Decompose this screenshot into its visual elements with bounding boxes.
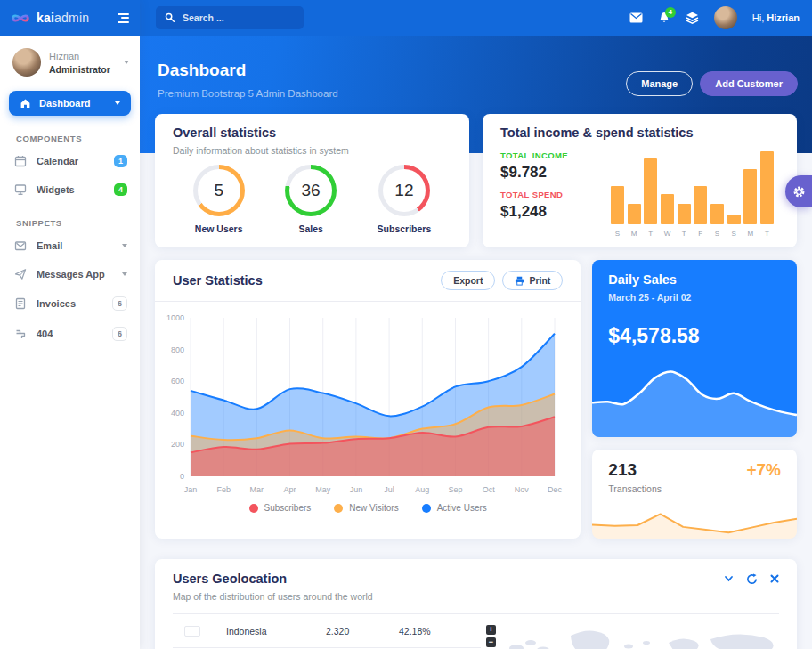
avatar [12,48,41,77]
map-zoom-out-button[interactable]: − [486,637,496,647]
sidebar-item-404[interactable]: 404 6 [0,319,140,349]
notifications-button[interactable]: 4 [658,12,670,25]
date-range: March 25 - April 02 [608,292,781,303]
total-spend-value: $1,248 [500,203,605,221]
overall-statistics-card: Overall statistics Daily information abo… [155,114,469,247]
income-spend-card: Total income & spend statistics TOTAL IN… [483,114,797,247]
manage-button[interactable]: Manage [626,71,693,96]
transactions-chart [592,498,797,539]
card-title: Users Geolocation [173,572,287,586]
donut-chart: 36 [285,165,337,216]
svg-text:Oct: Oct [483,485,496,494]
svg-text:Jun: Jun [350,485,363,494]
sales-amount: $4,578.58 [608,324,781,348]
bar: M [628,151,641,238]
svg-text:400: 400 [171,409,184,418]
avatar[interactable] [714,6,737,29]
printer-icon [515,276,524,286]
brand-name[interactable]: kaiadmin [37,11,111,25]
stat-subscribers: 12 Subscribers [378,165,432,234]
main-content: Overall statistics Daily information abo… [140,114,812,649]
transactions-delta: +7% [746,460,781,480]
bar: S [710,151,724,238]
logo-header: kaiadmin [0,0,140,36]
messages-button[interactable] [629,12,643,23]
svg-text:600: 600 [171,377,184,385]
bar: F [694,151,707,238]
card-title: User Statistics [173,273,263,288]
sidebar-item-email[interactable]: Email [0,231,140,260]
collapse-chevron-icon[interactable] [724,575,734,582]
topbar: 4 Hi, Hizrian [140,0,812,36]
card-title: Daily Sales [608,272,781,287]
donut-chart: 5 [193,165,245,216]
monitor-icon [14,183,27,196]
brand-logo-icon[interactable] [11,12,30,25]
geolocation-table: Indonesia 2.320 42.18% [173,614,481,649]
legend-subscribers: Subscribers [249,503,312,513]
svg-text:Apr: Apr [284,485,296,494]
world-map-graphic [504,623,789,649]
bar: S [611,151,624,238]
svg-text:0: 0 [180,472,184,481]
sidebar-item-dashboard[interactable]: Dashboard [9,91,131,116]
svg-text:Aug: Aug [415,485,429,494]
notification-count-badge: 4 [665,7,676,18]
legend-active-users: Active Users [422,503,487,513]
calendar-icon [14,155,27,167]
search-input[interactable] [183,12,280,23]
add-customer-button[interactable]: Add Customer [700,71,798,96]
envelope-icon [629,12,643,23]
indonesia-flag-icon [184,626,200,637]
search-box[interactable] [156,6,304,29]
user-greeting[interactable]: Hi, Hizrian [752,12,800,23]
chevron-down-icon [124,61,129,64]
gear-icon [792,185,806,199]
chevron-down-icon [122,244,127,247]
layers-button[interactable] [686,12,699,24]
refresh-icon[interactable] [746,573,758,585]
badge-count: 6 [112,327,127,341]
sidebar-item-label: Dashboard [39,98,107,109]
close-icon[interactable] [770,574,779,583]
table-row[interactable]: Indonesia 2.320 42.18% [173,614,481,648]
svg-text:May: May [315,485,331,494]
chevron-down-icon [115,101,120,105]
country-users: 2.320 [326,626,399,637]
chart-legend: Subscribers New Visitors Active Users [155,503,581,513]
svg-text:Sep: Sep [448,485,462,494]
card-subtitle: Map of the distribution of users around … [173,591,779,602]
sidebar-user[interactable]: Hizrian Administrator [0,36,140,85]
card-title: Overall statistics [173,126,451,140]
svg-text:Nov: Nov [515,485,530,494]
export-button[interactable]: Export [441,271,495,290]
country-percent: 42.18% [399,626,470,637]
card-subtitle: Daily information about statistics in sy… [173,145,451,156]
search-icon [165,12,175,23]
sidebar-toggle-icon[interactable] [118,13,129,23]
sidebar-item-invoices[interactable]: Invoices 6 [0,288,140,319]
sidebar-section-components: COMPONENTS [0,119,140,147]
page-title: Dashboard [158,61,338,80]
card-title: Total income & spend statistics [500,126,779,140]
map-zoom-in-button[interactable]: + [486,625,496,635]
sidebar-item-messages-app[interactable]: Messages App [0,260,140,288]
settings-button[interactable] [785,175,812,207]
pipe-icon [14,328,27,340]
bar: S [727,151,741,238]
bar: T [644,151,657,238]
user-name: Hizrian [49,51,116,61]
sidebar-item-calendar[interactable]: Calendar 1 [0,147,140,175]
svg-text:Jul: Jul [384,485,394,494]
bar: T [760,151,774,238]
print-button[interactable]: Print [502,271,563,290]
user-role: Administrator [49,64,116,75]
daily-sales-card: Daily Sales March 25 - April 02 $4,578.5… [592,260,797,437]
sidebar-item-widgets[interactable]: Widgets 4 [0,175,140,204]
svg-text:Feb: Feb [216,485,231,494]
svg-text:Mar: Mar [250,485,264,494]
bar: T [678,151,691,238]
svg-text:Jan: Jan [184,485,198,494]
bar: W [661,151,674,238]
svg-text:800: 800 [171,345,184,354]
